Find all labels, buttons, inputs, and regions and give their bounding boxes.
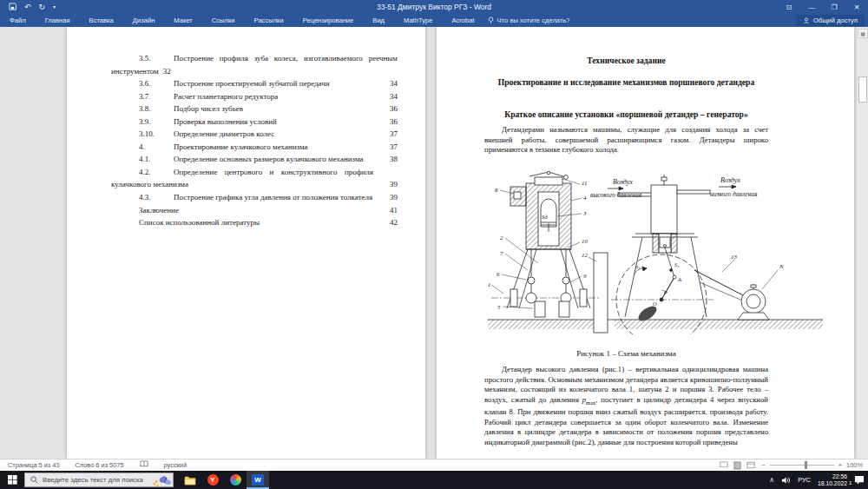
- search-placeholder: Введите здесь текст для поиска: [43, 476, 143, 484]
- svg-text:2: 2: [500, 235, 503, 241]
- search-icon: [30, 476, 38, 484]
- redo-icon[interactable]: ↻: [39, 3, 46, 11]
- toc-entry: 3.5.Построение профиля зуба колеса, изго…: [111, 52, 398, 77]
- zoom-level[interactable]: 100%: [846, 461, 863, 469]
- svg-text:Воздух: Воздух: [720, 176, 740, 184]
- proofing-icon[interactable]: [132, 460, 156, 470]
- person-icon: [803, 17, 810, 24]
- status-bar: Страница 5 из 43 Слово 6 из 5075 русский…: [0, 459, 868, 471]
- svg-text:6: 6: [496, 271, 500, 278]
- hidden-icons-chevron[interactable]: ∧: [769, 476, 774, 484]
- ribbon-tab[interactable]: Дизайн: [123, 17, 165, 24]
- svg-text:A: A: [677, 276, 681, 282]
- language-tray[interactable]: РУС: [798, 476, 811, 484]
- ribbon-tab[interactable]: Файл: [0, 17, 36, 24]
- table-of-contents: 3.5.Построение профиля зуба колеса, изго…: [111, 52, 398, 229]
- taskbar-word[interactable]: W: [247, 471, 269, 489]
- undo-icon[interactable]: ↶: [24, 3, 31, 11]
- action-center-button[interactable]: 1: [854, 475, 865, 485]
- svg-text:n₁: n₁: [635, 263, 641, 269]
- zoom-slider-thumb[interactable]: [805, 461, 807, 469]
- word-count[interactable]: Слово 6 из 5075: [68, 461, 132, 469]
- ribbon-tab[interactable]: Acrobat: [442, 17, 483, 24]
- ribbon-tab[interactable]: Главная: [36, 17, 80, 24]
- paragraph-description: Детандер высокого давления (рис.1) – вер…: [484, 365, 768, 447]
- svg-text:9: 9: [583, 273, 587, 280]
- print-layout-icon[interactable]: [733, 461, 741, 470]
- color-app-icon: [230, 474, 241, 486]
- zoom-slider[interactable]: [770, 465, 834, 466]
- toc-entry: 3.10.Определение диаметров колес37: [111, 128, 398, 141]
- svg-text:1: 1: [488, 281, 491, 288]
- taskbar-app[interactable]: [224, 471, 247, 489]
- read-mode-icon[interactable]: [720, 461, 728, 469]
- taskbar-search-input[interactable]: Введите здесь текст для поиска: [24, 472, 174, 487]
- ribbon-tab[interactable]: Вставка: [80, 17, 123, 24]
- clock-date: 18.10.2022: [818, 480, 847, 487]
- language-indicator[interactable]: русский: [156, 461, 195, 469]
- ribbon-tab[interactable]: Вид: [363, 17, 394, 24]
- svg-text:O: O: [653, 301, 657, 307]
- web-layout-icon[interactable]: [746, 461, 755, 469]
- windows-logo-icon: [8, 475, 17, 485]
- toc-entry: 4.Проектирование кулачкового механизма37: [111, 141, 398, 154]
- svg-text:8: 8: [495, 187, 498, 194]
- tell-me-label: Что вы хотите сделать?: [497, 17, 570, 24]
- svg-text:12: 12: [582, 252, 589, 259]
- svg-text:11: 11: [582, 180, 587, 187]
- svg-text:N: N: [779, 263, 784, 270]
- restore-button[interactable]: ❐: [823, 0, 845, 14]
- page-indicator[interactable]: Страница 5 из 43: [0, 461, 68, 469]
- vertical-scrollbar[interactable]: ▦: [856, 27, 868, 459]
- zoom-out-button[interactable]: −: [761, 461, 765, 469]
- paragraph-intro: Детандерами называются машины, служащие …: [484, 125, 768, 155]
- quick-access-toolbar: ↶ ↻ ▾: [0, 3, 56, 12]
- toc-entry: 3.7.Расчет планетарного редуктора34: [111, 90, 398, 103]
- word-window: ↶ ↻ ▾ 33-51 Дмитрук Виктор РГЗ - Word ⊡ …: [0, 0, 868, 489]
- ribbon-tab-row: ФайлГлавнаяВставкаДизайнМакетСсылкиРассы…: [0, 14, 868, 27]
- ribbon-tab[interactable]: Макет: [164, 17, 202, 24]
- title-bar: ↶ ↻ ▾ 33-51 Дмитрук Виктор РГЗ - Word ⊡ …: [0, 0, 868, 14]
- ribbon-display-options-button[interactable]: ⊡: [778, 0, 800, 14]
- zoom-in-button[interactable]: +: [838, 461, 842, 469]
- taskbar: Введите здесь текст для поиска Y W ∧ РУС…: [0, 471, 868, 489]
- figure-caption: Рисунок 1 – Схема механизма: [484, 349, 768, 358]
- figure-mechanism-schematic: Воздух высокого давления Воздух низкого …: [486, 169, 825, 334]
- ribbon-tab[interactable]: MathType: [394, 17, 442, 24]
- svg-text:высокого давления: высокого давления: [590, 191, 642, 199]
- scrollbar-thumb[interactable]: [858, 76, 867, 102]
- svg-text:Воздух: Воздух: [613, 178, 633, 186]
- heading-installation: Краткое описание установки «поршневой де…: [484, 109, 768, 120]
- page-left: 3.5.Построение профиля зуба колеса, изго…: [67, 27, 425, 459]
- close-button[interactable]: ✕: [845, 0, 868, 14]
- notification-badge: 1: [848, 480, 852, 486]
- svg-text:4: 4: [583, 195, 587, 202]
- ribbon-tab[interactable]: Ссылки: [202, 17, 245, 24]
- scrollbar-top-button[interactable]: ▦: [858, 29, 868, 38]
- taskbar-file-explorer[interactable]: [179, 471, 201, 489]
- volume-icon[interactable]: [781, 476, 791, 485]
- svg-text:5: 5: [497, 304, 501, 311]
- clock-time: 22:56: [818, 473, 847, 480]
- svg-text:7: 7: [500, 250, 503, 257]
- toc-entry: 3.8.Подбор чисел зубьев36: [111, 102, 398, 116]
- taskbar-yandex-browser[interactable]: Y: [201, 471, 224, 489]
- folder-icon: [184, 475, 196, 486]
- heading-project-title: Проектирование и исследование механизмов…: [484, 76, 768, 88]
- share-button[interactable]: Общий доступ: [796, 15, 865, 26]
- ribbon-tabs: ФайлГлавнаяВставкаДизайнМакетСсылкиРассы…: [0, 17, 484, 24]
- taskbar-clock[interactable]: 22:56 18.10.2022: [818, 473, 847, 487]
- ribbon-tab[interactable]: Рассылки: [245, 17, 293, 24]
- tell-me-box[interactable]: Что вы хотите сделать?: [488, 17, 570, 24]
- save-icon[interactable]: [9, 3, 16, 12]
- pmax-subscript: max: [586, 400, 595, 406]
- start-button[interactable]: [0, 471, 24, 489]
- search-highlight-icon: [152, 474, 171, 487]
- svg-text:низкого давления: низкого давления: [710, 190, 758, 198]
- notification-icon: [854, 475, 865, 485]
- document-area: 3.5.Построение профиля зуба колеса, изго…: [0, 27, 868, 459]
- ribbon-tab[interactable]: Рецензирование: [293, 17, 364, 24]
- toc-entry: 3.6.Построение проектируемой зубчатой пе…: [111, 77, 398, 90]
- minimize-button[interactable]: —: [800, 0, 823, 14]
- customize-qat-icon[interactable]: ▾: [53, 4, 56, 10]
